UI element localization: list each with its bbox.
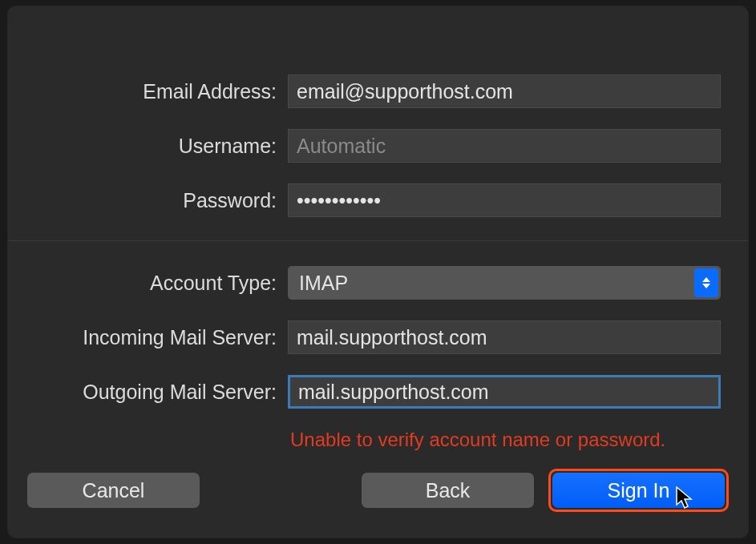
error-row: Unable to verify account name or passwor… — [8, 419, 748, 457]
row-username: Username: — [8, 119, 748, 173]
dropdown-arrows-icon — [694, 268, 718, 297]
label-username: Username: — [27, 135, 288, 158]
signin-highlight-box: Sign In — [548, 469, 729, 512]
username-input[interactable] — [288, 129, 721, 163]
cancel-button[interactable]: Cancel — [27, 473, 200, 508]
chevron-down-icon — [702, 284, 710, 288]
label-password: Password: — [27, 189, 288, 212]
outgoing-server-input[interactable] — [288, 375, 721, 409]
label-account-type: Account Type: — [27, 272, 288, 295]
section-divider — [8, 240, 748, 241]
incoming-server-input[interactable] — [288, 320, 721, 354]
account-type-value: IMAP — [299, 272, 348, 295]
chevron-up-icon — [702, 277, 710, 282]
label-incoming: Incoming Mail Server: — [27, 326, 288, 349]
label-outgoing: Outgoing Mail Server: — [27, 381, 288, 404]
form-section: Email Address: Username: Password: Accou… — [8, 6, 748, 512]
signin-label: Sign In — [608, 479, 670, 502]
email-input[interactable] — [288, 75, 721, 108]
cursor-icon — [675, 486, 694, 510]
password-input[interactable] — [288, 183, 721, 217]
row-outgoing: Outgoing Mail Server: — [8, 365, 748, 419]
account-type-select[interactable]: IMAP — [288, 266, 721, 300]
mail-account-dialog: Email Address: Username: Password: Accou… — [8, 6, 748, 538]
error-message: Unable to verify account name or passwor… — [290, 429, 665, 450]
signin-button[interactable]: Sign In — [552, 473, 725, 508]
back-button[interactable]: Back — [362, 473, 534, 508]
row-email: Email Address: — [8, 64, 748, 119]
row-password: Password: — [8, 173, 748, 228]
label-email: Email Address: — [27, 80, 288, 103]
row-account-type: Account Type: IMAP — [8, 256, 748, 310]
buttons-row: Cancel Back Sign In — [8, 457, 748, 512]
row-incoming: Incoming Mail Server: — [8, 310, 748, 365]
